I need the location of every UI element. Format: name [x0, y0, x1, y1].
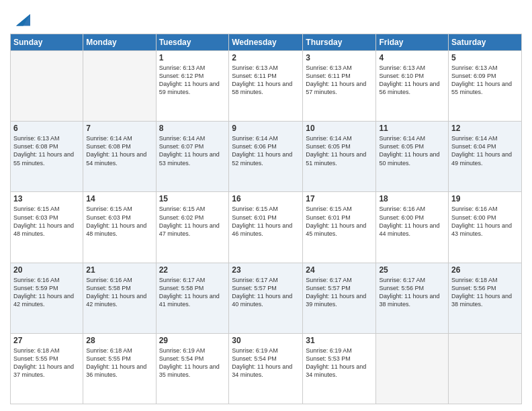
day-number: 1: [159, 53, 226, 62]
calendar: SundayMondayTuesdayWednesdayThursdayFrid…: [10, 34, 522, 404]
weekday-header-monday: Monday: [83, 34, 156, 51]
day-info: Sunrise: 6:16 AMSunset: 5:58 PMDaylight:…: [86, 276, 152, 309]
calendar-cell: 4Sunrise: 6:13 AMSunset: 6:10 PMDaylight…: [376, 51, 449, 122]
page: SundayMondayTuesdayWednesdayThursdayFrid…: [0, 0, 532, 411]
day-info: Sunrise: 6:15 AMSunset: 6:01 PMDaylight:…: [306, 205, 373, 238]
calendar-cell: 20Sunrise: 6:16 AMSunset: 5:59 PMDayligh…: [11, 263, 83, 333]
day-info: Sunrise: 6:16 AMSunset: 6:00 PMDaylight:…: [451, 205, 519, 238]
weekday-header-tuesday: Tuesday: [156, 34, 229, 51]
day-number: 11: [379, 124, 445, 133]
day-number: 26: [451, 265, 519, 275]
calendar-cell: 13Sunrise: 6:15 AMSunset: 6:03 PMDayligh…: [11, 192, 83, 263]
day-info: Sunrise: 6:14 AMSunset: 6:06 PMDaylight:…: [232, 134, 300, 167]
day-number: 2: [232, 53, 300, 62]
day-info: Sunrise: 6:15 AMSunset: 6:01 PMDaylight:…: [232, 205, 300, 238]
calendar-cell: 27Sunrise: 6:18 AMSunset: 5:55 PMDayligh…: [11, 333, 83, 404]
weekday-header-friday: Friday: [376, 34, 449, 51]
weekday-header-saturday: Saturday: [449, 34, 522, 51]
day-info: Sunrise: 6:14 AMSunset: 6:07 PMDaylight:…: [159, 134, 226, 167]
day-number: 21: [86, 265, 152, 275]
header: [10, 7, 522, 28]
calendar-cell: 24Sunrise: 6:17 AMSunset: 5:57 PMDayligh…: [303, 263, 376, 333]
day-info: Sunrise: 6:17 AMSunset: 5:56 PMDaylight:…: [379, 276, 445, 309]
day-number: 19: [451, 194, 519, 203]
calendar-cell: [376, 333, 449, 404]
weekday-header-wednesday: Wednesday: [229, 34, 303, 51]
day-number: 12: [451, 124, 519, 133]
day-number: 27: [13, 336, 80, 345]
day-info: Sunrise: 6:18 AMSunset: 5:56 PMDaylight:…: [451, 276, 519, 309]
day-info: Sunrise: 6:13 AMSunset: 6:10 PMDaylight:…: [379, 64, 445, 97]
calendar-cell: 16Sunrise: 6:15 AMSunset: 6:01 PMDayligh…: [229, 192, 303, 263]
weekday-header-thursday: Thursday: [303, 34, 376, 51]
calendar-cell: [11, 51, 83, 122]
calendar-cell: 21Sunrise: 6:16 AMSunset: 5:58 PMDayligh…: [83, 263, 156, 333]
logo: [10, 9, 30, 28]
day-number: 18: [379, 194, 445, 203]
day-info: Sunrise: 6:16 AMSunset: 6:00 PMDaylight:…: [379, 205, 445, 238]
day-info: Sunrise: 6:17 AMSunset: 5:58 PMDaylight:…: [159, 276, 226, 309]
day-number: 28: [86, 336, 152, 345]
calendar-cell: 23Sunrise: 6:17 AMSunset: 5:57 PMDayligh…: [229, 263, 303, 333]
calendar-cell: 26Sunrise: 6:18 AMSunset: 5:56 PMDayligh…: [449, 263, 522, 333]
day-number: 31: [306, 336, 373, 345]
calendar-cell: 17Sunrise: 6:15 AMSunset: 6:01 PMDayligh…: [303, 192, 376, 263]
day-number: 3: [306, 53, 373, 62]
day-info: Sunrise: 6:13 AMSunset: 6:08 PMDaylight:…: [13, 134, 80, 167]
day-info: Sunrise: 6:19 AMSunset: 5:54 PMDaylight:…: [159, 347, 226, 379]
calendar-cell: 31Sunrise: 6:19 AMSunset: 5:53 PMDayligh…: [303, 333, 376, 404]
calendar-cell: 29Sunrise: 6:19 AMSunset: 5:54 PMDayligh…: [156, 333, 229, 404]
day-info: Sunrise: 6:15 AMSunset: 6:03 PMDaylight:…: [86, 205, 152, 238]
calendar-cell: 10Sunrise: 6:14 AMSunset: 6:05 PMDayligh…: [303, 122, 376, 192]
calendar-cell: 15Sunrise: 6:15 AMSunset: 6:02 PMDayligh…: [156, 192, 229, 263]
calendar-cell: 28Sunrise: 6:18 AMSunset: 5:55 PMDayligh…: [83, 333, 156, 404]
day-info: Sunrise: 6:19 AMSunset: 5:53 PMDaylight:…: [306, 347, 373, 379]
day-number: 15: [159, 194, 226, 203]
calendar-cell: 22Sunrise: 6:17 AMSunset: 5:58 PMDayligh…: [156, 263, 229, 333]
day-info: Sunrise: 6:14 AMSunset: 6:05 PMDaylight:…: [379, 134, 445, 167]
day-info: Sunrise: 6:13 AMSunset: 6:09 PMDaylight:…: [451, 64, 519, 97]
calendar-cell: 5Sunrise: 6:13 AMSunset: 6:09 PMDaylight…: [449, 51, 522, 122]
week-row-3: 13Sunrise: 6:15 AMSunset: 6:03 PMDayligh…: [11, 192, 522, 263]
day-number: 9: [232, 124, 300, 133]
day-number: 13: [13, 194, 80, 203]
day-number: 7: [86, 124, 152, 133]
day-number: 17: [306, 194, 373, 203]
weekday-header-row: SundayMondayTuesdayWednesdayThursdayFrid…: [11, 34, 522, 51]
day-number: 22: [159, 265, 226, 275]
calendar-cell: 25Sunrise: 6:17 AMSunset: 5:56 PMDayligh…: [376, 263, 449, 333]
calendar-cell: 6Sunrise: 6:13 AMSunset: 6:08 PMDaylight…: [11, 122, 83, 192]
day-number: 14: [86, 194, 152, 203]
week-row-2: 6Sunrise: 6:13 AMSunset: 6:08 PMDaylight…: [11, 122, 522, 192]
calendar-cell: 8Sunrise: 6:14 AMSunset: 6:07 PMDaylight…: [156, 122, 229, 192]
calendar-cell: [83, 51, 156, 122]
day-number: 6: [13, 124, 80, 133]
day-info: Sunrise: 6:18 AMSunset: 5:55 PMDaylight:…: [13, 347, 80, 379]
calendar-cell: 30Sunrise: 6:19 AMSunset: 5:54 PMDayligh…: [229, 333, 303, 404]
day-number: 24: [306, 265, 373, 275]
calendar-cell: 1Sunrise: 6:13 AMSunset: 6:12 PMDaylight…: [156, 51, 229, 122]
day-info: Sunrise: 6:14 AMSunset: 6:08 PMDaylight:…: [86, 134, 152, 167]
week-row-4: 20Sunrise: 6:16 AMSunset: 5:59 PMDayligh…: [11, 263, 522, 333]
day-number: 23: [232, 265, 300, 275]
day-info: Sunrise: 6:19 AMSunset: 5:54 PMDaylight:…: [232, 347, 300, 379]
calendar-cell: 11Sunrise: 6:14 AMSunset: 6:05 PMDayligh…: [376, 122, 449, 192]
day-number: 10: [306, 124, 373, 133]
day-number: 4: [379, 53, 445, 62]
week-row-5: 27Sunrise: 6:18 AMSunset: 5:55 PMDayligh…: [11, 333, 522, 404]
day-info: Sunrise: 6:18 AMSunset: 5:55 PMDaylight:…: [86, 347, 152, 379]
day-info: Sunrise: 6:13 AMSunset: 6:12 PMDaylight:…: [159, 64, 226, 97]
day-number: 30: [232, 336, 300, 345]
calendar-cell: 9Sunrise: 6:14 AMSunset: 6:06 PMDaylight…: [229, 122, 303, 192]
day-number: 5: [451, 53, 519, 62]
day-info: Sunrise: 6:17 AMSunset: 5:57 PMDaylight:…: [306, 276, 373, 309]
weekday-header-sunday: Sunday: [11, 34, 83, 51]
day-info: Sunrise: 6:17 AMSunset: 5:57 PMDaylight:…: [232, 276, 300, 309]
day-info: Sunrise: 6:13 AMSunset: 6:11 PMDaylight:…: [232, 64, 300, 97]
calendar-cell: 3Sunrise: 6:13 AMSunset: 6:11 PMDaylight…: [303, 51, 376, 122]
calendar-cell: [449, 333, 522, 404]
day-info: Sunrise: 6:14 AMSunset: 6:04 PMDaylight:…: [451, 134, 519, 167]
calendar-cell: 18Sunrise: 6:16 AMSunset: 6:00 PMDayligh…: [376, 192, 449, 263]
day-number: 25: [379, 265, 445, 275]
day-number: 16: [232, 194, 300, 203]
